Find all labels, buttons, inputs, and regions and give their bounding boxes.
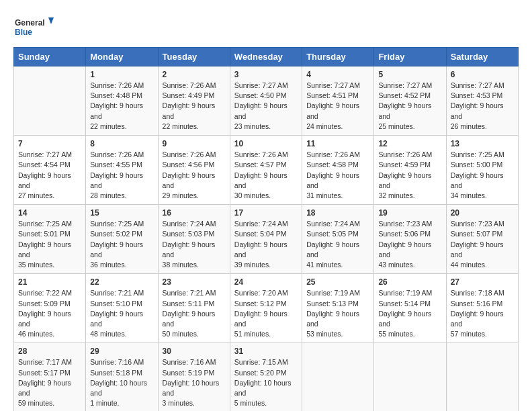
day-info: Sunrise: 7:21 AMSunset: 5:11 PMDaylight:… (163, 288, 226, 339)
calendar-table: SundayMondayTuesdayWednesdayThursdayFrid… (13, 47, 519, 411)
svg-text:Blue: Blue (15, 28, 32, 37)
calendar-cell: 8Sunrise: 7:26 AMSunset: 4:55 PMDaylight… (86, 136, 158, 205)
day-info: Sunrise: 7:23 AMSunset: 5:06 PMDaylight:… (378, 219, 441, 270)
day-number: 26 (378, 277, 441, 287)
calendar-cell: 15Sunrise: 7:25 AMSunset: 5:02 PMDayligh… (86, 205, 158, 274)
calendar-cell: 10Sunrise: 7:26 AMSunset: 4:57 PMDayligh… (230, 136, 302, 205)
day-info: Sunrise: 7:26 AMSunset: 4:49 PMDaylight:… (163, 81, 226, 132)
calendar-cell: 11Sunrise: 7:26 AMSunset: 4:58 PMDayligh… (302, 136, 374, 205)
calendar-cell: 13Sunrise: 7:25 AMSunset: 5:00 PMDayligh… (446, 136, 518, 205)
day-info: Sunrise: 7:16 AMSunset: 5:18 PMDaylight:… (90, 357, 153, 408)
day-number: 19 (378, 208, 441, 218)
calendar-cell: 22Sunrise: 7:21 AMSunset: 5:10 PMDayligh… (86, 274, 158, 343)
day-info: Sunrise: 7:24 AMSunset: 5:04 PMDaylight:… (234, 219, 298, 270)
day-number: 13 (451, 139, 514, 148)
day-info: Sunrise: 7:18 AMSunset: 5:16 PMDaylight:… (451, 288, 514, 339)
day-header-wednesday: Wednesday (230, 48, 302, 66)
day-number: 28 (18, 347, 81, 356)
week-row-3: 21Sunrise: 7:22 AMSunset: 5:09 PMDayligh… (14, 274, 519, 343)
calendar-cell: 14Sunrise: 7:25 AMSunset: 5:01 PMDayligh… (14, 205, 86, 274)
calendar-cell: 18Sunrise: 7:24 AMSunset: 5:05 PMDayligh… (302, 205, 374, 274)
svg-marker-2 (48, 17, 54, 24)
day-info: Sunrise: 7:26 AMSunset: 4:48 PMDaylight:… (90, 81, 153, 132)
day-number: 3 (234, 70, 298, 79)
day-number: 25 (306, 277, 369, 287)
calendar-cell: 19Sunrise: 7:23 AMSunset: 5:06 PMDayligh… (374, 205, 446, 274)
day-number: 24 (234, 277, 298, 287)
day-number: 18 (306, 208, 369, 218)
calendar-cell: 26Sunrise: 7:19 AMSunset: 5:14 PMDayligh… (374, 274, 446, 343)
day-number: 6 (451, 70, 514, 79)
day-info: Sunrise: 7:27 AMSunset: 4:50 PMDaylight:… (234, 81, 298, 132)
day-info: Sunrise: 7:19 AMSunset: 5:13 PMDaylight:… (306, 288, 369, 339)
day-header-saturday: Saturday (446, 48, 518, 66)
day-info: Sunrise: 7:26 AMSunset: 4:57 PMDaylight:… (234, 150, 298, 201)
day-info: Sunrise: 7:25 AMSunset: 5:02 PMDaylight:… (90, 219, 153, 270)
day-info: Sunrise: 7:19 AMSunset: 5:14 PMDaylight:… (378, 288, 441, 339)
calendar-cell: 21Sunrise: 7:22 AMSunset: 5:09 PMDayligh… (14, 274, 86, 343)
calendar-cell: 29Sunrise: 7:16 AMSunset: 5:18 PMDayligh… (86, 343, 158, 411)
day-number: 7 (18, 139, 81, 148)
day-info: Sunrise: 7:16 AMSunset: 5:19 PMDaylight:… (163, 357, 226, 408)
day-number: 1 (90, 70, 153, 79)
day-number: 22 (90, 277, 153, 287)
logo-icon: General Blue (13, 13, 54, 40)
day-number: 12 (378, 139, 441, 148)
day-info: Sunrise: 7:26 AMSunset: 4:55 PMDaylight:… (90, 150, 153, 201)
days-header-row: SundayMondayTuesdayWednesdayThursdayFrid… (14, 48, 519, 66)
day-info: Sunrise: 7:27 AMSunset: 4:53 PMDaylight:… (451, 81, 514, 132)
day-info: Sunrise: 7:21 AMSunset: 5:10 PMDaylight:… (90, 288, 153, 339)
day-info: Sunrise: 7:17 AMSunset: 5:17 PMDaylight:… (18, 357, 81, 408)
calendar-cell: 17Sunrise: 7:24 AMSunset: 5:04 PMDayligh… (230, 205, 302, 274)
day-number: 8 (90, 139, 153, 148)
calendar-cell: 7Sunrise: 7:27 AMSunset: 4:54 PMDaylight… (14, 136, 86, 205)
calendar-cell: 20Sunrise: 7:23 AMSunset: 5:07 PMDayligh… (446, 205, 518, 274)
calendar-cell: 16Sunrise: 7:24 AMSunset: 5:03 PMDayligh… (158, 205, 230, 274)
day-info: Sunrise: 7:22 AMSunset: 5:09 PMDaylight:… (18, 288, 81, 339)
day-number: 21 (18, 277, 81, 287)
day-info: Sunrise: 7:25 AMSunset: 5:01 PMDaylight:… (18, 219, 81, 270)
calendar-cell: 12Sunrise: 7:26 AMSunset: 4:59 PMDayligh… (374, 136, 446, 205)
day-number: 10 (234, 139, 298, 148)
day-number: 5 (378, 70, 441, 79)
day-info: Sunrise: 7:26 AMSunset: 4:59 PMDaylight:… (378, 150, 441, 201)
logo: General Blue (13, 13, 54, 40)
day-number: 9 (163, 139, 226, 148)
day-number: 29 (90, 347, 153, 356)
calendar-cell: 30Sunrise: 7:16 AMSunset: 5:19 PMDayligh… (158, 343, 230, 411)
week-row-4: 28Sunrise: 7:17 AMSunset: 5:17 PMDayligh… (14, 343, 519, 411)
day-number: 20 (451, 208, 514, 218)
day-info: Sunrise: 7:26 AMSunset: 4:56 PMDaylight:… (163, 150, 226, 201)
week-row-0: 1Sunrise: 7:26 AMSunset: 4:48 PMDaylight… (14, 66, 519, 136)
day-info: Sunrise: 7:20 AMSunset: 5:12 PMDaylight:… (234, 288, 298, 339)
day-info: Sunrise: 7:26 AMSunset: 4:58 PMDaylight:… (306, 150, 369, 201)
day-info: Sunrise: 7:24 AMSunset: 5:05 PMDaylight:… (306, 219, 369, 270)
day-number: 4 (306, 70, 369, 79)
calendar-cell: 24Sunrise: 7:20 AMSunset: 5:12 PMDayligh… (230, 274, 302, 343)
calendar-cell: 25Sunrise: 7:19 AMSunset: 5:13 PMDayligh… (302, 274, 374, 343)
day-number: 27 (451, 277, 514, 287)
day-header-monday: Monday (86, 48, 158, 66)
day-number: 17 (234, 208, 298, 218)
day-info: Sunrise: 7:15 AMSunset: 5:20 PMDaylight:… (234, 357, 298, 408)
day-number: 30 (163, 347, 226, 356)
calendar-cell (14, 66, 86, 136)
calendar-cell (374, 343, 446, 411)
day-header-friday: Friday (374, 48, 446, 66)
calendar-cell: 27Sunrise: 7:18 AMSunset: 5:16 PMDayligh… (446, 274, 518, 343)
day-info: Sunrise: 7:27 AMSunset: 4:52 PMDaylight:… (378, 81, 441, 132)
calendar-cell: 2Sunrise: 7:26 AMSunset: 4:49 PMDaylight… (158, 66, 230, 136)
calendar-cell: 6Sunrise: 7:27 AMSunset: 4:53 PMDaylight… (446, 66, 518, 136)
calendar-cell: 31Sunrise: 7:15 AMSunset: 5:20 PMDayligh… (230, 343, 302, 411)
day-info: Sunrise: 7:27 AMSunset: 4:51 PMDaylight:… (306, 81, 369, 132)
page-header: General Blue (13, 13, 519, 40)
day-header-tuesday: Tuesday (158, 48, 230, 66)
day-number: 23 (163, 277, 226, 287)
day-number: 15 (90, 208, 153, 218)
day-number: 16 (163, 208, 226, 218)
calendar-cell: 9Sunrise: 7:26 AMSunset: 4:56 PMDaylight… (158, 136, 230, 205)
calendar-cell: 3Sunrise: 7:27 AMSunset: 4:50 PMDaylight… (230, 66, 302, 136)
calendar-cell (446, 343, 518, 411)
week-row-1: 7Sunrise: 7:27 AMSunset: 4:54 PMDaylight… (14, 136, 519, 205)
calendar-cell: 28Sunrise: 7:17 AMSunset: 5:17 PMDayligh… (14, 343, 86, 411)
